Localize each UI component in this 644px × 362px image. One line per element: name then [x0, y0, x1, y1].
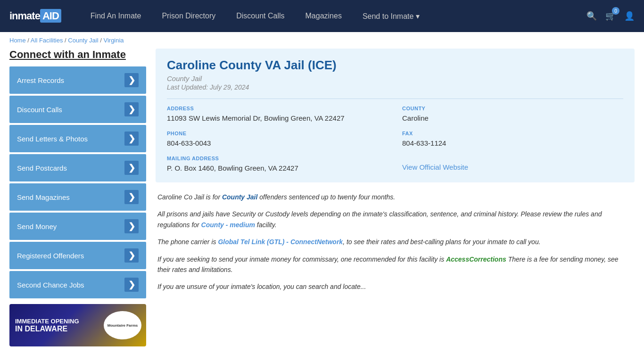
- mailing-value: P. O. Box 1460, Bowling Green, VA 22427: [167, 163, 388, 173]
- facility-name: Caroline County VA Jail (ICE): [167, 58, 623, 73]
- sidebar-item-discount-calls[interactable]: Discount Calls ❯: [9, 96, 146, 123]
- sidebar-item-label: Send Magazines: [17, 193, 70, 201]
- facility-type: County Jail: [167, 74, 623, 82]
- sidebar-arrow-icon: ❯: [124, 278, 139, 292]
- desc-para-4: If you are seeking to send your inmate m…: [157, 254, 633, 275]
- sidebar-arrow-icon: ❯: [124, 219, 139, 233]
- navbar: inmateAID Find An Inmate Prison Director…: [0, 0, 644, 32]
- nav-send-to-inmate[interactable]: Send to Inmate ▾: [352, 0, 430, 32]
- sidebar-item-send-magazines[interactable]: Send Magazines ❯: [9, 183, 146, 211]
- view-official-website-link[interactable]: View Official Website: [402, 163, 468, 171]
- nav-discount-calls[interactable]: Discount Calls: [226, 0, 295, 32]
- county-value: Caroline: [402, 113, 623, 123]
- sidebar-item-arrest-records[interactable]: Arrest Records ❯: [9, 66, 146, 94]
- desc-para-2: All prisons and jails have Security or C…: [157, 209, 633, 230]
- sidebar-item-label: Registered Offenders: [17, 252, 84, 260]
- phone-value: 804-633-0043: [167, 138, 388, 148]
- gtl-link[interactable]: Global Tel Link (GTL) - ConnectNetwork: [218, 238, 343, 246]
- nav-icon-group: 🔍 🛒 0 👤: [586, 11, 635, 21]
- cart-badge: 0: [612, 7, 619, 15]
- sidebar-arrow-icon: ❯: [124, 161, 139, 175]
- sidebar-item-label: Arrest Records: [17, 76, 64, 84]
- detail-website: View Official Website: [402, 156, 623, 173]
- sidebar-item-label: Send Letters & Photos: [17, 135, 88, 143]
- logo[interactable]: inmateAID: [9, 10, 61, 22]
- county-jail-link[interactable]: County Jail: [222, 193, 257, 201]
- sidebar-items: Arrest Records ❯ Discount Calls ❯ Send L…: [9, 66, 146, 298]
- search-icon[interactable]: 🔍: [586, 11, 597, 21]
- county-medium-link[interactable]: County - medium: [201, 221, 255, 229]
- detail-mailing: MAILING ADDRESS P. O. Box 1460, Bowling …: [167, 156, 388, 173]
- address-label: ADDRESS: [167, 106, 388, 111]
- desc-para3-before: The phone carrier is: [157, 238, 218, 246]
- breadcrumb: Home / All Facilities / County Jail / Vi…: [0, 32, 644, 49]
- desc-para1-before: Caroline Co Jail is for: [157, 193, 222, 201]
- detail-fax: FAX 804-633-1124: [402, 131, 623, 148]
- sidebar-title: Connect with an Inmate: [9, 49, 146, 61]
- ad-logo: Mountaire Farms: [104, 311, 141, 339]
- sidebar-item-label: Send Postcards: [17, 164, 67, 172]
- desc-para1-after: offenders sentenced up to twenty four mo…: [257, 193, 395, 201]
- desc-para2-after: facility.: [255, 221, 277, 229]
- sidebar-arrow-icon: ❯: [124, 102, 139, 116]
- sidebar-arrow-icon: ❯: [124, 73, 139, 87]
- main-layout: Connect with an Inmate Arrest Records ❯ …: [0, 49, 644, 346]
- logo-text: inmateAID: [9, 10, 61, 22]
- fax-label: FAX: [402, 131, 623, 136]
- sidebar-item-send-letters[interactable]: Send Letters & Photos ❯: [9, 125, 146, 152]
- facility-updated: Last Updated: July 29, 2024: [167, 83, 623, 91]
- phone-label: PHONE: [167, 131, 388, 136]
- sidebar-item-label: Send Money: [17, 222, 57, 230]
- sidebar-arrow-icon: ❯: [124, 132, 139, 146]
- desc-para-3: The phone carrier is Global Tel Link (GT…: [157, 237, 633, 247]
- county-label: COUNTY: [402, 106, 623, 111]
- nav-magazines[interactable]: Magazines: [295, 0, 352, 32]
- nav-links: Find An Inmate Prison Directory Discount…: [80, 0, 586, 32]
- breadcrumb-home[interactable]: Home: [9, 37, 26, 44]
- cart-icon[interactable]: 🛒 0: [605, 11, 616, 21]
- sidebar-item-label: Discount Calls: [17, 106, 62, 114]
- breadcrumb-all-facilities[interactable]: All Facilities: [31, 37, 63, 44]
- fax-value: 804-633-1124: [402, 138, 623, 148]
- mailing-label: MAILING ADDRESS: [167, 156, 388, 161]
- main-content: Caroline County VA Jail (ICE) County Jai…: [156, 49, 635, 346]
- breadcrumb-county-jail[interactable]: County Jail: [68, 37, 98, 44]
- sidebar-item-label: Second Chance Jobs: [17, 281, 84, 289]
- facility-details: ADDRESS 11093 SW Lewis Memorial Dr, Bowl…: [167, 99, 623, 173]
- access-corrections-link[interactable]: AccessCorrections: [446, 255, 506, 263]
- nav-prison-directory[interactable]: Prison Directory: [151, 0, 226, 32]
- sidebar: Connect with an Inmate Arrest Records ❯ …: [9, 49, 146, 346]
- user-icon[interactable]: 👤: [624, 11, 635, 21]
- facility-description: Caroline Co Jail is for County Jail offe…: [156, 192, 635, 292]
- sidebar-arrow-icon: ❯: [124, 190, 139, 204]
- desc-para3-after: , to see their rates and best-calling pl…: [343, 238, 540, 246]
- sidebar-item-send-postcards[interactable]: Send Postcards ❯: [9, 154, 146, 181]
- detail-phone: PHONE 804-633-0043: [167, 131, 388, 148]
- facility-card: Caroline County VA Jail (ICE) County Jai…: [156, 49, 635, 182]
- sidebar-item-second-chance-jobs[interactable]: Second Chance Jobs ❯: [9, 271, 146, 298]
- sidebar-advertisement[interactable]: IMMEDIATE OPENING IN DELAWARE Mountaire …: [9, 304, 146, 346]
- sidebar-item-send-money[interactable]: Send Money ❯: [9, 213, 146, 240]
- address-value: 11093 SW Lewis Memorial Dr, Bowling Gree…: [167, 113, 388, 123]
- breadcrumb-state[interactable]: Virginia: [103, 37, 124, 44]
- sidebar-item-registered-offenders[interactable]: Registered Offenders ❯: [9, 242, 146, 269]
- desc-para-5: If you are unsure of your inmate's locat…: [157, 281, 633, 292]
- logo-aid: AID: [40, 9, 61, 23]
- detail-county: COUNTY Caroline: [402, 106, 623, 123]
- desc-para-1: Caroline Co Jail is for County Jail offe…: [157, 192, 633, 202]
- detail-address: ADDRESS 11093 SW Lewis Memorial Dr, Bowl…: [167, 106, 388, 123]
- desc-para4-before: If you are seeking to send your inmate m…: [157, 255, 446, 263]
- sidebar-arrow-icon: ❯: [124, 248, 139, 263]
- website-spacer: [402, 156, 623, 161]
- nav-find-inmate[interactable]: Find An Inmate: [80, 0, 152, 32]
